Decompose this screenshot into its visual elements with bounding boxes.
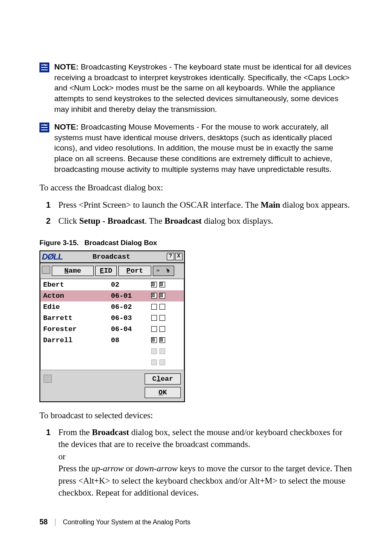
- text: dialog box displays.: [202, 216, 273, 226]
- text: Press <Print Screen> to launch the OSCAR…: [58, 200, 261, 210]
- hdr-eid-rest: ID: [104, 267, 112, 275]
- keyboard-checkbox[interactable]: [151, 282, 157, 287]
- device-name: Ebert: [43, 281, 111, 289]
- close-button[interactable]: X: [175, 253, 182, 260]
- text: Click: [58, 216, 79, 226]
- step-body: From the Broadcast dialog box, select th…: [58, 426, 353, 499]
- keyboard-checkbox[interactable]: [151, 293, 157, 299]
- device-port: 06-04: [111, 325, 148, 333]
- down-arrow-label: down-arrow: [135, 463, 178, 473]
- mouse-checkbox[interactable]: [159, 315, 165, 321]
- table-row[interactable]: Forester06-04: [41, 324, 184, 335]
- mouse-checkbox[interactable]: [159, 337, 165, 343]
- broadcast-dialog: DØLL Broadcast ? X Name EID Port ⌨ 🖱 Ebe…: [39, 250, 185, 402]
- header-name-button[interactable]: Name: [52, 266, 94, 276]
- ok-rest: K: [163, 389, 167, 396]
- device-name: Barrett: [43, 314, 111, 322]
- note-icon: [39, 123, 49, 132]
- figure-caption: Figure 3-15. Broadcast Dialog Box: [39, 239, 353, 247]
- scroll-up-button[interactable]: [42, 266, 50, 274]
- device-checks: [148, 282, 168, 287]
- dialog-footer: Clear OK: [40, 370, 184, 401]
- page-footer: 58 Controlling Your System at the Analog…: [39, 518, 190, 526]
- dialog-titlebar: DØLL Broadcast ? X: [40, 251, 184, 263]
- dialog-body: Ebert02Acton06-01Edie06-02Barrett06-03Fo…: [40, 279, 184, 370]
- step-number: 1: [39, 426, 58, 499]
- header-port-button[interactable]: Port: [118, 266, 151, 276]
- device-checks: [148, 326, 168, 332]
- broadcast-label: Broadcast: [164, 216, 202, 226]
- ok-button[interactable]: OK: [145, 387, 181, 398]
- dialog-header-row: Name EID Port ⌨ 🖱: [40, 263, 184, 279]
- figure-number: Figure 3-15.: [39, 239, 78, 247]
- mouse-checkbox: [159, 348, 165, 354]
- keyboard-icon: ⌨: [157, 268, 159, 274]
- step-number: 1: [39, 199, 58, 211]
- dell-logo: DØLL: [42, 252, 62, 262]
- step-2: 2 Click Setup - Broadcast. The Broadcast…: [39, 215, 353, 227]
- footer-title: Controlling Your System at the Analog Po…: [63, 519, 190, 526]
- device-checks: [148, 293, 168, 299]
- mouse-icon: 🖱: [166, 268, 171, 274]
- broadcast-label: Broadcast: [92, 427, 129, 437]
- device-port: 06-02: [111, 303, 148, 311]
- keyboard-checkbox[interactable]: [151, 337, 157, 343]
- device-checks: [148, 315, 168, 321]
- scroll-down-button[interactable]: [44, 375, 52, 383]
- text: or: [124, 463, 135, 473]
- clear-button[interactable]: Clear: [145, 373, 181, 385]
- step-1: 1 Press <Print Screen> to launch the OSC…: [39, 199, 353, 211]
- mouse-checkbox[interactable]: [159, 326, 165, 332]
- note-text: NOTE: Broadcasting Keystrokes - The keyb…: [54, 62, 353, 114]
- keyboard-checkbox[interactable]: [151, 315, 157, 321]
- mouse-checkbox: [159, 359, 165, 365]
- or-text: or: [58, 452, 66, 461]
- step-body: Press <Print Screen> to launch the OSCAR…: [58, 199, 353, 211]
- table-row: [41, 357, 184, 368]
- step-number: 2: [39, 215, 58, 227]
- hdr-port-rest: ort: [131, 267, 143, 275]
- up-arrow-label: up-arrow: [92, 463, 124, 473]
- step-body: Click Setup - Broadcast. The Broadcast d…: [58, 215, 353, 227]
- note-icon: [39, 63, 49, 72]
- keyboard-checkbox: [151, 359, 157, 365]
- header-eid-button[interactable]: EID: [95, 266, 117, 276]
- footer-separator: [55, 519, 55, 526]
- figure-title: Broadcast Dialog Box: [85, 239, 157, 247]
- help-button[interactable]: ?: [167, 253, 174, 260]
- note-mouse: NOTE: Broadcasting Mouse Movements - For…: [39, 122, 353, 174]
- hdr-name-rest: ame: [69, 267, 81, 275]
- keyboard-checkbox[interactable]: [151, 304, 157, 310]
- device-name: Acton: [43, 292, 111, 300]
- mouse-checkbox[interactable]: [159, 293, 165, 299]
- note-keystrokes: NOTE: Broadcasting Keystrokes - The keyb…: [39, 62, 353, 114]
- table-row[interactable]: Edie06-02: [41, 301, 184, 313]
- device-name: Forester: [43, 325, 111, 333]
- main-label: Main: [261, 200, 280, 210]
- dialog-title: Broadcast: [66, 253, 157, 261]
- mouse-checkbox[interactable]: [159, 282, 165, 287]
- device-name: Darrell: [43, 336, 111, 344]
- table-row[interactable]: Barrett06-03: [41, 313, 184, 324]
- table-row[interactable]: Darrell08: [41, 335, 184, 346]
- device-checks: [148, 304, 168, 310]
- table-row[interactable]: Ebert02: [41, 279, 184, 290]
- clear-rest: ear: [161, 375, 173, 383]
- header-icons: ⌨ 🖱: [153, 266, 174, 276]
- access-steps: 1 Press <Print Screen> to launch the OSC…: [39, 199, 353, 227]
- note-text: NOTE: Broadcasting Mouse Movements - For…: [54, 122, 353, 174]
- device-checks: [148, 337, 168, 343]
- note-body-1: Broadcasting Keystrokes - The keyboard s…: [54, 63, 351, 114]
- text: dialog box appears.: [280, 200, 350, 210]
- broadcast-steps: 1 From the Broadcast dialog box, select …: [39, 426, 353, 499]
- keyboard-checkbox[interactable]: [151, 326, 157, 332]
- access-lead: To access the Broadcast dialog box:: [39, 182, 353, 194]
- mouse-checkbox[interactable]: [159, 304, 165, 310]
- keyboard-checkbox: [151, 348, 157, 354]
- table-row[interactable]: Acton06-01: [41, 290, 184, 301]
- note-body-2: Broadcasting Mouse Movements - For the m…: [54, 123, 333, 174]
- device-name: Edie: [43, 303, 111, 311]
- note-label: NOTE:: [54, 63, 78, 71]
- device-port: 06-01: [111, 292, 148, 300]
- device-port: 06-03: [111, 314, 148, 322]
